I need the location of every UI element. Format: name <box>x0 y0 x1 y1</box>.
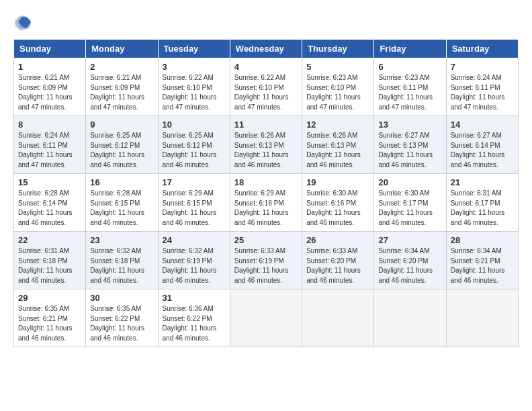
day-cell-2: 2Sunrise: 6:21 AM Sunset: 6:09 PM Daylig… <box>86 58 158 116</box>
day-cell-6: 6Sunrise: 6:23 AM Sunset: 6:11 PM Daylig… <box>374 58 446 116</box>
day-cell-17: 17Sunrise: 6:29 AM Sunset: 6:15 PM Dayli… <box>158 174 230 232</box>
day-number: 6 <box>378 62 441 72</box>
day-number: 22 <box>18 235 81 245</box>
day-number: 11 <box>234 120 298 130</box>
day-info: Sunrise: 6:32 AM Sunset: 6:18 PM Dayligh… <box>90 246 153 285</box>
empty-cell <box>374 289 446 347</box>
day-info: Sunrise: 6:31 AM Sunset: 6:17 PM Dayligh… <box>451 189 514 228</box>
day-number: 24 <box>163 235 226 245</box>
day-number: 8 <box>18 120 81 130</box>
day-info: Sunrise: 6:33 AM Sunset: 6:20 PM Dayligh… <box>306 246 369 285</box>
day-cell-27: 27Sunrise: 6:34 AM Sunset: 6:20 PM Dayli… <box>374 232 446 289</box>
day-header-sunday: Sunday <box>14 40 86 58</box>
day-number: 27 <box>378 235 441 245</box>
day-cell-1: 1Sunrise: 6:21 AM Sunset: 6:09 PM Daylig… <box>14 58 86 116</box>
day-number: 28 <box>451 235 514 245</box>
day-header-monday: Monday <box>86 40 158 58</box>
day-cell-12: 12Sunrise: 6:26 AM Sunset: 6:13 PM Dayli… <box>302 116 374 174</box>
day-info: Sunrise: 6:21 AM Sunset: 6:09 PM Dayligh… <box>90 73 153 112</box>
day-info: Sunrise: 6:22 AM Sunset: 6:10 PM Dayligh… <box>234 73 298 112</box>
day-number: 21 <box>451 177 514 187</box>
logo-icon <box>13 13 32 32</box>
day-cell-13: 13Sunrise: 6:27 AM Sunset: 6:13 PM Dayli… <box>374 116 446 174</box>
day-info: Sunrise: 6:28 AM Sunset: 6:14 PM Dayligh… <box>18 189 81 228</box>
day-info: Sunrise: 6:23 AM Sunset: 6:10 PM Dayligh… <box>306 73 369 112</box>
day-cell-9: 9Sunrise: 6:25 AM Sunset: 6:12 PM Daylig… <box>86 116 158 174</box>
day-cell-10: 10Sunrise: 6:25 AM Sunset: 6:12 PM Dayli… <box>158 116 230 174</box>
day-info: Sunrise: 6:25 AM Sunset: 6:12 PM Dayligh… <box>90 131 153 170</box>
day-cell-3: 3Sunrise: 6:22 AM Sunset: 6:10 PM Daylig… <box>158 58 230 116</box>
day-number: 23 <box>90 235 153 245</box>
day-info: Sunrise: 6:30 AM Sunset: 6:17 PM Dayligh… <box>378 189 441 228</box>
day-cell-26: 26Sunrise: 6:33 AM Sunset: 6:20 PM Dayli… <box>302 232 374 289</box>
empty-cell <box>302 289 374 347</box>
day-cell-7: 7Sunrise: 6:24 AM Sunset: 6:11 PM Daylig… <box>446 58 518 116</box>
day-info: Sunrise: 6:34 AM Sunset: 6:21 PM Dayligh… <box>451 246 514 285</box>
empty-cell <box>230 289 302 347</box>
calendar-week-1: 1Sunrise: 6:21 AM Sunset: 6:09 PM Daylig… <box>14 58 519 116</box>
day-info: Sunrise: 6:33 AM Sunset: 6:19 PM Dayligh… <box>234 246 298 285</box>
day-cell-29: 29Sunrise: 6:35 AM Sunset: 6:21 PM Dayli… <box>14 289 86 347</box>
day-cell-4: 4Sunrise: 6:22 AM Sunset: 6:10 PM Daylig… <box>230 58 302 116</box>
day-cell-16: 16Sunrise: 6:28 AM Sunset: 6:15 PM Dayli… <box>86 174 158 232</box>
day-cell-11: 11Sunrise: 6:26 AM Sunset: 6:13 PM Dayli… <box>230 116 302 174</box>
day-cell-23: 23Sunrise: 6:32 AM Sunset: 6:18 PM Dayli… <box>86 232 158 289</box>
page-header <box>13 13 519 32</box>
day-info: Sunrise: 6:27 AM Sunset: 6:13 PM Dayligh… <box>378 131 441 170</box>
day-number: 3 <box>163 62 226 72</box>
day-info: Sunrise: 6:29 AM Sunset: 6:16 PM Dayligh… <box>234 189 298 228</box>
day-header-saturday: Saturday <box>446 40 518 58</box>
day-cell-5: 5Sunrise: 6:23 AM Sunset: 6:10 PM Daylig… <box>302 58 374 116</box>
day-cell-24: 24Sunrise: 6:32 AM Sunset: 6:19 PM Dayli… <box>158 232 230 289</box>
day-cell-21: 21Sunrise: 6:31 AM Sunset: 6:17 PM Dayli… <box>446 174 518 232</box>
day-number: 12 <box>306 120 369 130</box>
day-number: 17 <box>163 177 226 187</box>
day-info: Sunrise: 6:22 AM Sunset: 6:10 PM Dayligh… <box>163 73 226 112</box>
day-header-wednesday: Wednesday <box>230 40 302 58</box>
calendar-week-4: 22Sunrise: 6:31 AM Sunset: 6:18 PM Dayli… <box>14 232 519 289</box>
day-info: Sunrise: 6:26 AM Sunset: 6:13 PM Dayligh… <box>234 131 298 170</box>
day-number: 26 <box>306 235 369 245</box>
calendar-week-2: 8Sunrise: 6:24 AM Sunset: 6:11 PM Daylig… <box>14 116 519 174</box>
day-cell-18: 18Sunrise: 6:29 AM Sunset: 6:16 PM Dayli… <box>230 174 302 232</box>
day-info: Sunrise: 6:31 AM Sunset: 6:18 PM Dayligh… <box>18 246 81 285</box>
day-info: Sunrise: 6:28 AM Sunset: 6:15 PM Dayligh… <box>90 189 153 228</box>
day-info: Sunrise: 6:32 AM Sunset: 6:19 PM Dayligh… <box>163 246 226 285</box>
day-number: 9 <box>90 120 153 130</box>
day-info: Sunrise: 6:35 AM Sunset: 6:22 PM Dayligh… <box>90 304 153 343</box>
day-number: 4 <box>234 62 298 72</box>
day-cell-20: 20Sunrise: 6:30 AM Sunset: 6:17 PM Dayli… <box>374 174 446 232</box>
day-number: 19 <box>306 177 369 187</box>
day-cell-19: 19Sunrise: 6:30 AM Sunset: 6:16 PM Dayli… <box>302 174 374 232</box>
day-cell-14: 14Sunrise: 6:27 AM Sunset: 6:14 PM Dayli… <box>446 116 518 174</box>
day-header-thursday: Thursday <box>302 40 374 58</box>
day-number: 13 <box>378 120 441 130</box>
day-info: Sunrise: 6:23 AM Sunset: 6:11 PM Dayligh… <box>378 73 441 112</box>
day-info: Sunrise: 6:29 AM Sunset: 6:15 PM Dayligh… <box>163 189 226 228</box>
day-cell-8: 8Sunrise: 6:24 AM Sunset: 6:11 PM Daylig… <box>14 116 86 174</box>
day-info: Sunrise: 6:30 AM Sunset: 6:16 PM Dayligh… <box>306 189 369 228</box>
day-info: Sunrise: 6:21 AM Sunset: 6:09 PM Dayligh… <box>18 73 81 112</box>
calendar-table: SundayMondayTuesdayWednesdayThursdayFrid… <box>13 39 519 347</box>
day-header-friday: Friday <box>374 40 446 58</box>
day-cell-15: 15Sunrise: 6:28 AM Sunset: 6:14 PM Dayli… <box>14 174 86 232</box>
day-info: Sunrise: 6:24 AM Sunset: 6:11 PM Dayligh… <box>18 131 81 170</box>
empty-cell <box>446 289 518 347</box>
day-number: 10 <box>163 120 226 130</box>
day-header-tuesday: Tuesday <box>158 40 230 58</box>
day-cell-22: 22Sunrise: 6:31 AM Sunset: 6:18 PM Dayli… <box>14 232 86 289</box>
logo <box>13 13 35 32</box>
day-cell-31: 31Sunrise: 6:36 AM Sunset: 6:22 PM Dayli… <box>158 289 230 347</box>
day-number: 2 <box>90 62 153 72</box>
day-number: 18 <box>234 177 298 187</box>
day-info: Sunrise: 6:36 AM Sunset: 6:22 PM Dayligh… <box>163 304 226 343</box>
day-cell-25: 25Sunrise: 6:33 AM Sunset: 6:19 PM Dayli… <box>230 232 302 289</box>
day-number: 14 <box>451 120 514 130</box>
day-number: 31 <box>163 293 226 303</box>
day-number: 7 <box>451 62 514 72</box>
day-info: Sunrise: 6:24 AM Sunset: 6:11 PM Dayligh… <box>451 73 514 112</box>
day-info: Sunrise: 6:35 AM Sunset: 6:21 PM Dayligh… <box>18 304 81 343</box>
calendar-week-5: 29Sunrise: 6:35 AM Sunset: 6:21 PM Dayli… <box>14 289 519 347</box>
day-cell-30: 30Sunrise: 6:35 AM Sunset: 6:22 PM Dayli… <box>86 289 158 347</box>
day-number: 5 <box>306 62 369 72</box>
